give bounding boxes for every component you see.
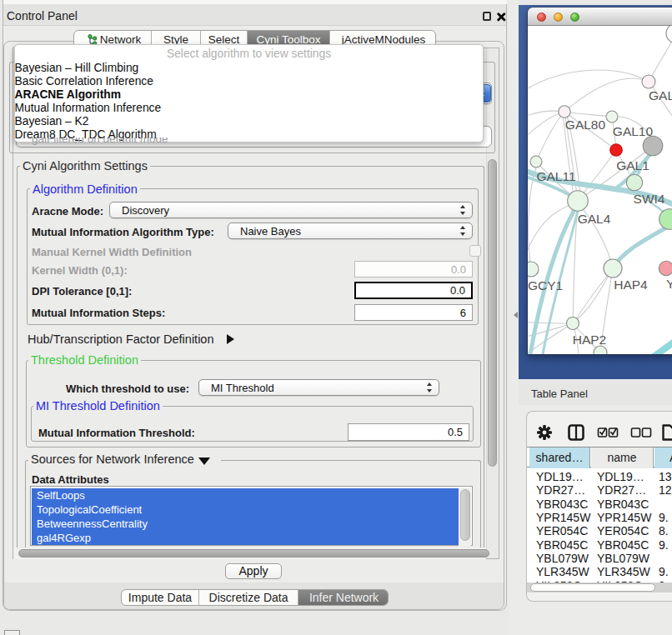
svg-text:HAP4: HAP4: [614, 278, 648, 292]
svg-text:HAP2: HAP2: [573, 332, 607, 347]
svg-text:GAL7: GAL7: [649, 88, 672, 102]
svg-text:SWI4: SWI4: [634, 192, 665, 206]
svg-text:GAL4: GAL4: [578, 212, 611, 226]
svg-text:GAL11: GAL11: [536, 169, 575, 183]
svg-text:GAL1: GAL1: [616, 158, 649, 172]
svg-text:Y: Y: [666, 277, 672, 291]
svg-text:GCY1: GCY1: [528, 278, 563, 292]
svg-text:GAL80: GAL80: [565, 118, 606, 132]
svg-text:GAL10: GAL10: [613, 124, 654, 138]
